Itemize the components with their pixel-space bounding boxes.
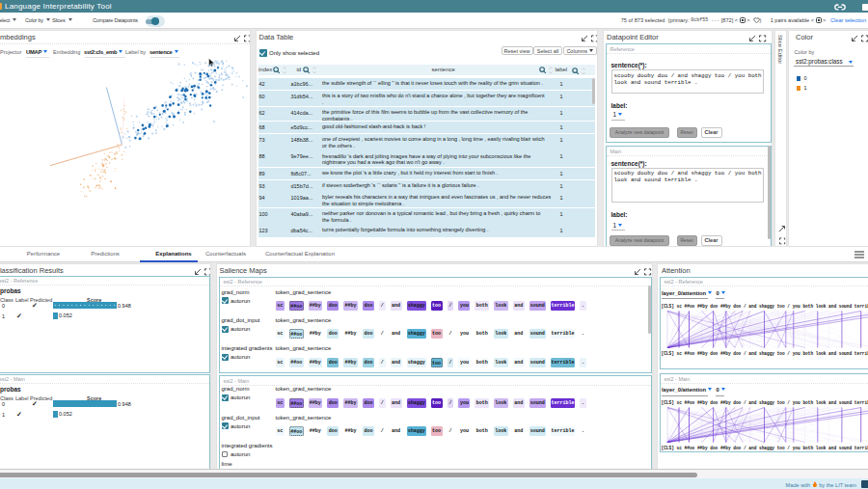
svg-text:[CLS] sc ##oo ##by doo ##by do: [CLS] sc ##oo ##by doo ##by doo / and sh…	[661, 400, 868, 406]
svg-text:[CLS] sc ##oo ##by doo ##by do: [CLS] sc ##oo ##by doo ##by doo / and sh…	[661, 351, 868, 357]
svg-text:[CLS] sc ##oo ##by doo ##by do: [CLS] sc ##oo ##by doo ##by doo / and sh…	[661, 446, 868, 451]
svg-text:[CLS] sc ##oo ##by doo ##by do: [CLS] sc ##oo ##by doo ##by doo / and sh…	[661, 304, 868, 310]
